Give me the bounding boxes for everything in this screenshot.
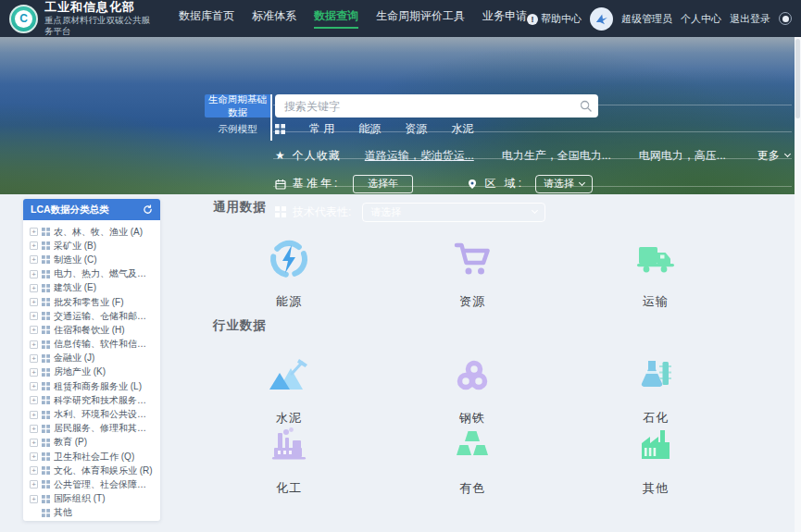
- tree-item[interactable]: + 其他: [23, 506, 160, 520]
- refresh-icon[interactable]: [143, 204, 153, 215]
- quick-filter-chip[interactable]: 资源: [405, 121, 427, 137]
- favorite-link[interactable]: 电网电力，高压...: [639, 148, 726, 164]
- tree-item[interactable]: + 批发和零售业 (F): [23, 295, 160, 309]
- data-card-cement[interactable]: 水泥: [213, 353, 365, 427]
- app-title: 工业和信息化部: [44, 0, 158, 15]
- tree-item[interactable]: + 农、林、牧、渔业 (A): [23, 225, 160, 239]
- hero-tab[interactable]: 示例模型: [205, 118, 270, 141]
- tree-item[interactable]: + 建筑业 (E): [23, 281, 160, 295]
- search-input[interactable]: [275, 94, 598, 118]
- data-card-transport[interactable]: 运输: [580, 237, 732, 310]
- nav-item[interactable]: 数据库首页: [179, 8, 234, 29]
- tree-item[interactable]: + 制造业 (C): [23, 253, 160, 266]
- avatar[interactable]: [590, 7, 613, 31]
- scrollbar[interactable]: [795, 37, 801, 532]
- personal-center-link[interactable]: 个人中心: [681, 12, 721, 26]
- expand-icon[interactable]: +: [30, 298, 38, 306]
- expand-icon[interactable]: +: [30, 326, 38, 334]
- tree-item[interactable]: + 房地产业 (K): [23, 365, 160, 379]
- logout-link[interactable]: 退出登录: [730, 12, 770, 26]
- nav-item[interactable]: 数据查询: [314, 8, 358, 29]
- category-icon: [42, 228, 50, 236]
- scrollbar-thumb[interactable]: [795, 39, 800, 118]
- category-icon: [42, 270, 50, 278]
- expand-icon[interactable]: +: [30, 270, 38, 278]
- nav-item[interactable]: 标准体系: [252, 8, 296, 29]
- tree-item[interactable]: + 住宿和餐饮业 (H): [23, 323, 160, 337]
- expand-icon[interactable]: +: [30, 439, 38, 447]
- quick-filter-chip[interactable]: 水泥: [451, 121, 473, 137]
- favorite-link[interactable]: 道路运输，柴油货运...: [365, 148, 474, 164]
- data-card-chemical[interactable]: 化工: [213, 424, 365, 497]
- theme-toggle-icon[interactable]: [779, 12, 792, 25]
- tree-item-label: 水利、环境和公共设施管理业 (N): [54, 408, 154, 421]
- lca-panel-header: LCA数据分类总类: [23, 199, 160, 220]
- expand-icon[interactable]: +: [30, 452, 38, 461]
- tree-item[interactable]: + 交通运输、仓储和邮政业 (G): [23, 309, 160, 323]
- tree-item[interactable]: + 电力、热力、燃气及水生产和供应业 (D): [23, 267, 160, 281]
- section-title-industry: 行业数据: [213, 317, 267, 334]
- tech-label: 技术代表性:: [293, 204, 351, 220]
- category-icon: [42, 326, 50, 334]
- data-card-resources[interactable]: 资源: [396, 237, 548, 310]
- expand-icon[interactable]: +: [30, 411, 38, 419]
- expand-icon[interactable]: +: [30, 241, 38, 250]
- tree-item[interactable]: + 居民服务、修理和其他服务业 (O): [23, 422, 160, 436]
- app-logo[interactable]: C: [9, 5, 38, 33]
- data-card-nonferrous[interactable]: 有色: [396, 424, 548, 497]
- expand-icon[interactable]: +: [30, 354, 38, 363]
- chevron-down-icon: [579, 179, 585, 185]
- tree-item[interactable]: + 水利、环境和公共设施管理业 (N): [23, 407, 160, 421]
- tree-item[interactable]: + 金融业 (J): [23, 352, 160, 365]
- hero-banner: 生命周期基础数据示例模型 常 用能源资源水泥 ★ 个人收藏 道路运输，柴油货运.…: [0, 37, 801, 194]
- expand-icon[interactable]: +: [30, 284, 38, 292]
- steel-pipes-icon: [450, 353, 494, 398]
- tree-item[interactable]: + 租赁和商务服务业 (L): [23, 379, 160, 393]
- quick-filter-chip[interactable]: 常 用: [309, 121, 334, 137]
- tree-item[interactable]: + 采矿业 (B): [23, 239, 160, 253]
- data-card-petrochemical[interactable]: 石化: [580, 353, 732, 427]
- search-icon[interactable]: [580, 100, 592, 112]
- common-data-grid: 能源 资源 运输: [213, 237, 732, 310]
- more-label: 更多: [757, 148, 780, 164]
- tree-item-label: 金融业 (J): [54, 352, 94, 365]
- tree-item-label: 文化、体育和娱乐业 (R): [54, 464, 153, 477]
- expand-icon[interactable]: +: [30, 425, 38, 433]
- expand-icon[interactable]: +: [30, 228, 38, 236]
- tree-item[interactable]: + 公共管理、社会保障和社会组织 (S): [23, 477, 160, 491]
- region-select-value: 请选择: [544, 177, 574, 191]
- data-card-energy[interactable]: 能源: [213, 237, 365, 310]
- category-icon: [42, 452, 50, 461]
- expand-icon[interactable]: +: [30, 466, 38, 475]
- lca-category-tree: + 农、林、牧、渔业 (A) + 采矿业 (B) + 制造业 (C): [23, 220, 160, 520]
- tree-item[interactable]: + 信息传输、软件和信息技术服务业 (I): [23, 338, 160, 352]
- hero-tab[interactable]: 生命周期基础数据: [205, 94, 270, 118]
- quick-filter-chip[interactable]: 能源: [358, 121, 381, 137]
- select-year-button[interactable]: 选择年: [353, 175, 413, 193]
- expand-icon[interactable]: +: [30, 340, 38, 349]
- expand-icon[interactable]: +: [30, 255, 38, 264]
- favorites-row: ★ 个人收藏 道路运输，柴油货运...电力生产，全国电力...电网电力，高压..…: [275, 147, 790, 164]
- data-card-steel[interactable]: 钢铁: [396, 353, 548, 427]
- tree-item[interactable]: + 国际组织 (T): [23, 492, 160, 506]
- tree-item[interactable]: + 文化、体育和娱乐业 (R): [23, 464, 160, 477]
- expand-icon[interactable]: +: [30, 495, 38, 503]
- tree-item-label: 居民服务、修理和其他服务业 (O): [54, 422, 154, 435]
- tech-select[interactable]: 请选择: [362, 203, 545, 222]
- tree-item[interactable]: + 卫生和社会工作 (Q): [23, 450, 160, 464]
- nav-item[interactable]: 业务申请: [482, 8, 527, 29]
- expand-icon[interactable]: +: [30, 312, 38, 320]
- tree-item[interactable]: + 科学研究和技术服务业 (M): [23, 393, 160, 407]
- tree-item[interactable]: + 教育 (P): [23, 436, 160, 450]
- expand-icon[interactable]: +: [30, 382, 38, 390]
- help-center-link[interactable]: !帮助中心: [527, 12, 582, 26]
- region-select[interactable]: 请选择: [535, 175, 593, 193]
- category-icon: [42, 312, 50, 320]
- nav-item[interactable]: 生命周期评价工具: [376, 8, 465, 29]
- expand-icon[interactable]: +: [30, 368, 38, 377]
- data-card-other[interactable]: 其他: [580, 424, 732, 497]
- expand-icon[interactable]: +: [30, 396, 38, 404]
- favorite-link[interactable]: 电力生产，全国电力...: [502, 148, 611, 164]
- expand-icon[interactable]: +: [30, 480, 38, 489]
- more-dropdown[interactable]: 更多: [757, 148, 790, 164]
